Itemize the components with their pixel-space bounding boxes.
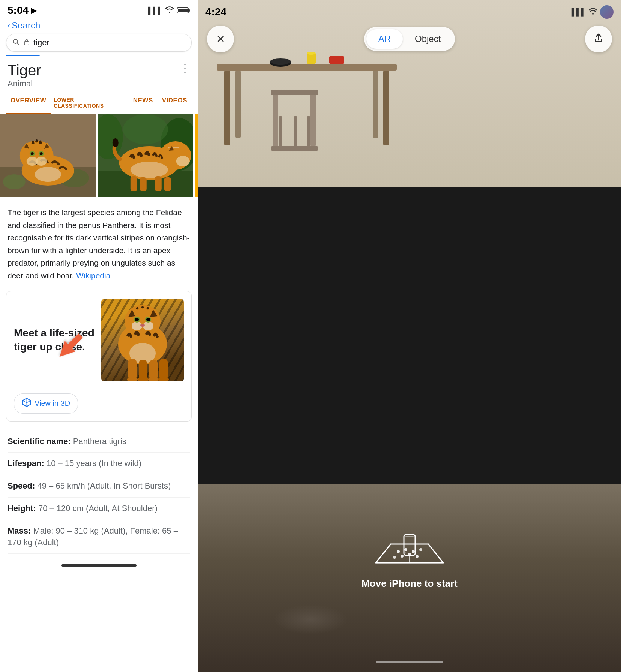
ar-mode-button[interactable]: AR [366,29,403,49]
ar-signal-icon: ▌▌▌ [572,8,586,16]
battery-icon [177,7,190,14]
lock-icon [24,39,30,47]
status-bar-left: 5:04 ▶ ▌▌▌ [0,0,198,19]
svg-rect-32 [154,176,161,191]
ar-controls-bar: ✕ AR Object [198,21,621,57]
ar-avatar [600,5,614,19]
ar-close-button[interactable]: ✕ [207,26,234,52]
svg-point-35 [176,156,189,166]
card-3d[interactable]: Meet a life-sized tiger up close. [6,291,192,422]
left-panel: 5:04 ▶ ▌▌▌ ‹ Search [0,0,198,672]
svg-rect-78 [271,90,318,95]
svg-rect-57 [128,359,136,380]
svg-point-65 [26,402,27,403]
ar-status-bar: 4:24 ▌▌▌ [198,0,621,21]
right-panel-ar: 4:24 ▌▌▌ ✕ AR Object [198,0,621,672]
svg-point-34 [112,138,118,147]
svg-rect-30 [130,176,137,191]
signal-icon: ▌▌▌ [148,7,162,15]
time-text: 5:04 [8,4,28,16]
tiger-image-2[interactable] [98,114,194,197]
svg-rect-77 [310,94,316,146]
arrow-icon [51,327,89,365]
ar-mode-toggle: AR Object [364,27,455,51]
svg-point-88 [416,555,418,558]
gallery-indicator [195,114,198,197]
cube-3d-icon [22,398,32,410]
table-svg [213,49,416,169]
scroll-indicator [62,564,136,567]
more-options-icon[interactable]: ⋮ [180,62,190,74]
svg-point-90 [419,548,422,551]
svg-rect-31 [140,177,146,191]
wikipedia-link[interactable]: Wikipedia [76,271,110,280]
svg-point-86 [400,555,404,558]
svg-point-26 [123,114,168,144]
svg-rect-68 [383,70,389,146]
svg-point-50 [146,318,150,321]
floor-reflection [273,604,348,634]
tab-lower-classifications[interactable]: LOWER CLASSIFICATIONS [51,92,128,114]
svg-rect-60 [159,359,168,380]
fact-mass: Mass: Male: 90 – 310 kg (Adult), Female:… [8,520,190,554]
view-3d-label: View in 3D [34,399,70,408]
ar-instruction-area: Move iPhone to start [198,514,621,590]
svg-rect-69 [236,70,241,138]
card-3d-content: Meet a life-sized tiger up close. [6,291,191,389]
fact-speed: Speed: 49 – 65 km/h (Adult, In Short Bur… [8,475,190,498]
image-gallery [0,114,198,197]
tiger-3d-svg [101,299,184,381]
svg-point-46 [143,321,153,330]
back-navigation[interactable]: ‹ Search [0,19,198,34]
svg-rect-67 [224,70,230,146]
ar-wifi-icon [589,8,597,16]
svg-point-72 [270,58,291,64]
search-bar[interactable]: tiger [6,34,192,52]
status-icons: ▌▌▌ [148,6,190,15]
svg-rect-76 [273,94,278,146]
object-mode-button[interactable]: Object [403,29,453,49]
time-display: 5:04 ▶ [8,4,36,16]
tab-news[interactable]: NEWS [129,92,158,114]
svg-point-13 [36,157,47,166]
search-query-text: tiger [33,38,185,48]
page-title: Tiger [8,62,41,79]
svg-rect-70 [373,70,378,138]
svg-point-83 [397,550,400,553]
fact-scientific-name: Scientific name: Panthera tigris [8,430,190,453]
svg-point-17 [40,152,43,155]
arrow-overlay [51,327,89,366]
svg-point-45 [132,321,142,330]
title-area: Tiger Animal ⋮ [0,56,198,92]
svg-point-89 [393,556,396,559]
svg-point-29 [130,162,168,178]
page-subtitle: Animal [8,79,41,88]
share-icon [593,33,604,45]
svg-point-11 [35,167,61,182]
svg-marker-41 [54,330,86,362]
svg-point-48 [135,318,139,321]
view-3d-button[interactable]: View in 3D [14,393,78,414]
tab-overview[interactable]: OVERVIEW [6,92,51,114]
fact-lifespan: Lifespan: 10 – 15 years (In the wild) [8,453,190,475]
search-icon [12,38,20,47]
svg-rect-4 [24,42,29,45]
ar-share-button[interactable] [585,26,612,52]
svg-point-51 [140,324,145,327]
close-icon: ✕ [216,33,225,45]
room-furniture [213,49,416,170]
svg-rect-81 [294,116,297,146]
wifi-icon [165,6,174,15]
svg-rect-82 [307,116,310,146]
fact-height: Height: 70 – 120 cm (Adult, At Shoulder) [8,498,190,520]
svg-point-15 [31,152,34,155]
tab-videos[interactable]: VIDEOS [158,92,192,114]
svg-rect-2 [178,9,188,12]
back-arrow-icon: ‹ [8,21,10,30]
description-text: The tiger is the largest species among t… [8,206,190,282]
svg-rect-75 [329,56,344,64]
ar-time-display: 4:24 [206,6,226,18]
ar-phone-surface-icon [368,514,451,570]
tiger-image-1[interactable] [0,114,96,197]
svg-rect-1 [188,9,190,12]
